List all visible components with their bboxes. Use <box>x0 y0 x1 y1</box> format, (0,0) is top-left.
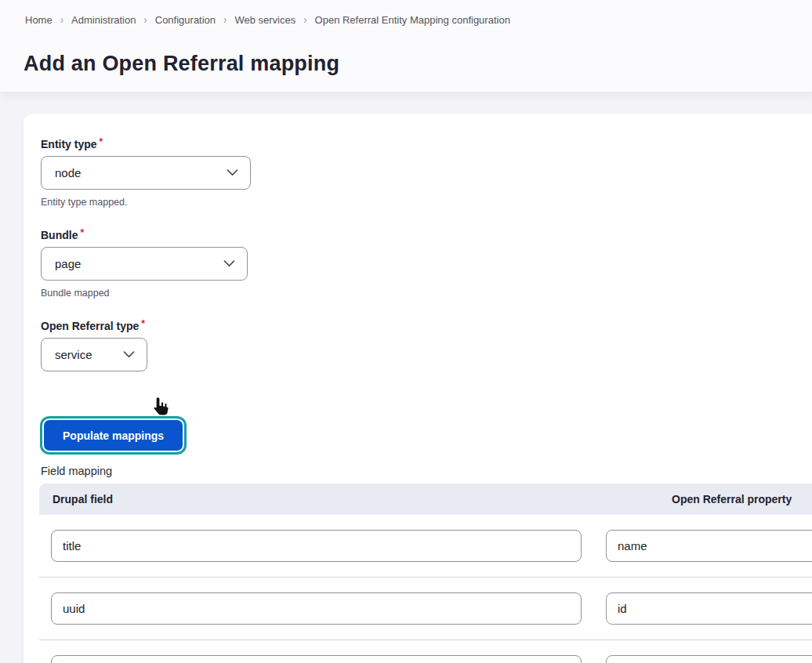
table-row <box>39 515 812 578</box>
chevron-down-icon <box>123 351 135 358</box>
required-marker: * <box>80 227 84 238</box>
field-mapping-label: Field mapping <box>41 466 812 477</box>
breadcrumb-separator-icon: › <box>143 13 147 27</box>
bundle-label: Bundle* <box>41 226 812 241</box>
populate-mappings-button[interactable]: Populate mappings <box>44 420 183 451</box>
table-row <box>39 640 812 663</box>
chevron-down-icon <box>223 260 235 267</box>
entity-type-help: Entity type mapped. <box>41 197 812 208</box>
open-referral-property-input[interactable] <box>606 530 812 562</box>
entity-type-value: node <box>55 166 81 179</box>
bundle-label-text: Bundle <box>41 229 78 241</box>
bundle-help: Bundle mapped <box>41 288 812 299</box>
open-referral-type-group: Open Referral type* service <box>41 317 812 371</box>
page-header: Home › Administration › Configuration › … <box>0 0 812 92</box>
breadcrumb-link[interactable]: Configuration <box>155 14 216 26</box>
bundle-group: Bundle* page Bundle mapped <box>41 226 812 299</box>
field-mapping-table: Drupal field Open Referral property <box>39 484 812 663</box>
breadcrumb-link[interactable]: Administration <box>71 14 136 26</box>
column-header-open-referral-property: Open Referral property <box>658 493 812 505</box>
required-marker: * <box>100 136 103 147</box>
open-referral-type-value: service <box>55 348 92 361</box>
open-referral-type-label: Open Referral type* <box>41 317 812 332</box>
bundle-select[interactable]: page <box>41 247 248 281</box>
table-header-row: Drupal field Open Referral property <box>39 484 812 515</box>
open-referral-property-input[interactable] <box>606 655 812 663</box>
drupal-field-input[interactable] <box>51 592 582 625</box>
bundle-value: page <box>55 257 81 270</box>
page: Home › Administration › Configuration › … <box>0 0 812 663</box>
page-title: Add an Open Referral mapping <box>24 52 339 76</box>
entity-type-group: Entity type* node Entity type mapped. <box>41 136 812 208</box>
open-referral-type-label-text: Open Referral type <box>41 320 139 332</box>
chevron-down-icon <box>227 169 238 176</box>
required-marker: * <box>141 318 145 329</box>
table-row <box>39 578 812 640</box>
entity-type-select[interactable]: node <box>41 156 251 190</box>
breadcrumb-link[interactable]: Home <box>25 14 53 26</box>
open-referral-property-input[interactable] <box>606 592 812 625</box>
open-referral-type-select[interactable]: service <box>41 338 147 371</box>
breadcrumb-link: Open Referral Entity Mapping configurati… <box>315 14 510 26</box>
breadcrumb: Home › Administration › Configuration › … <box>25 14 510 26</box>
breadcrumb-link[interactable]: Web services <box>234 14 295 26</box>
breadcrumb-separator-icon: › <box>223 13 227 27</box>
entity-type-label: Entity type* <box>41 136 812 150</box>
form-card: Entity type* node Entity type mapped. Bu… <box>24 114 812 663</box>
drupal-field-input[interactable] <box>51 530 582 562</box>
entity-type-label-text: Entity type <box>41 138 97 150</box>
breadcrumb-separator-icon: › <box>303 13 306 27</box>
column-header-drupal-field: Drupal field <box>39 493 658 505</box>
breadcrumb-separator-icon: › <box>60 13 63 27</box>
drupal-field-input[interactable] <box>51 655 582 663</box>
table-body <box>39 515 812 663</box>
